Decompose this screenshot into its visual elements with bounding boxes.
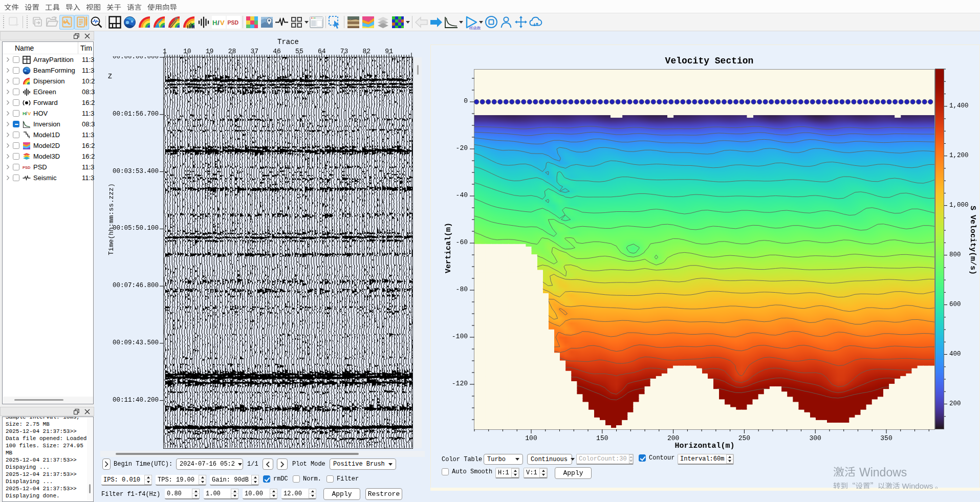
next-page-button[interactable] (277, 459, 288, 470)
rmdc-checkbox[interactable]: rmDC (263, 475, 288, 483)
prev-page-button[interactable] (263, 459, 273, 470)
f3-spinbox[interactable]: 10.00 (243, 489, 277, 499)
tree-row-seismic[interactable]: Seismic11:3 (3, 172, 93, 183)
color-table-combo[interactable]: Turbo (484, 454, 523, 465)
select-tool-button[interactable] (328, 15, 342, 30)
menu-file[interactable] (1, 1, 21, 12)
tree-checkbox[interactable] (13, 78, 19, 84)
preview-button[interactable] (89, 15, 104, 30)
model3d-button[interactable] (376, 15, 390, 30)
seismic-horizontal-scrollbar[interactable] (100, 451, 425, 457)
menu-tools[interactable] (42, 1, 62, 12)
grid-model-button[interactable] (390, 15, 405, 30)
tree-expand-chevron[interactable] (3, 165, 11, 169)
auto-smooth-checkbox[interactable]: Auto Smooth (442, 468, 492, 475)
f4-spinbox[interactable]: 12.00 (281, 489, 316, 499)
user-account-button[interactable] (498, 15, 513, 30)
tree-row-hov[interactable]: H/VHOV11:3 (3, 108, 93, 119)
tree-checkbox-partial[interactable] (13, 121, 19, 127)
tree-checkbox[interactable] (13, 164, 19, 170)
hv-button[interactable]: H/V (211, 15, 226, 30)
tps-spinbox[interactable]: TPS: 19.00 (156, 475, 206, 486)
apply-button[interactable]: Apply (323, 488, 360, 500)
tree-checkbox[interactable] (13, 89, 19, 95)
filter-checkbox[interactable]: Filter (326, 475, 359, 483)
misfit-curve-dropdown[interactable] (459, 15, 464, 30)
tree-expand-chevron[interactable] (3, 100, 11, 105)
dispersion-wave-button[interactable] (182, 15, 197, 30)
psd-button[interactable]: PSD (226, 15, 241, 30)
grid-model-dropdown[interactable] (405, 15, 410, 30)
egreen-button[interactable] (197, 15, 211, 30)
seismic-vertical-scrollbar[interactable] (413, 57, 422, 448)
dispersion-button[interactable] (137, 15, 152, 30)
tree-row-psd[interactable]: PSDPSD11:3 (3, 162, 93, 172)
tree-expand-chevron[interactable] (3, 68, 11, 73)
multi-window-dropdown[interactable] (304, 15, 309, 30)
f2-spinbox[interactable]: 1.00 (204, 489, 238, 499)
menu-wizard[interactable] (144, 1, 180, 12)
pan-view-button[interactable] (513, 15, 528, 30)
tree-checkbox[interactable] (13, 142, 19, 149)
forward-button[interactable] (429, 15, 444, 30)
tree-expand-chevron[interactable] (3, 133, 11, 137)
window-layout-button[interactable] (309, 15, 324, 30)
velocity-plot[interactable] (474, 69, 935, 430)
menu-import[interactable] (62, 1, 83, 12)
tree-checkbox[interactable] (13, 153, 19, 160)
tree-row-model3d[interactable]: Model3D16:2 (3, 151, 93, 162)
run-kernel-button[interactable] (464, 15, 478, 30)
ips-spinbox[interactable]: IPS: 0.010 (101, 475, 152, 486)
tree-row-arraypartition[interactable]: ArrayPartition11:3 (3, 54, 93, 65)
station-map-button[interactable] (259, 15, 274, 30)
tree-row-model1d[interactable]: Model1D11:3 (3, 129, 93, 140)
velocity-apply-button[interactable]: Apply (555, 467, 592, 479)
restore-button[interactable]: Restrore (365, 488, 402, 500)
tree-checkbox[interactable] (13, 110, 19, 117)
plot-mode-combo[interactable]: Positive Brush (330, 459, 396, 470)
h-smooth-spinbox[interactable]: H:1 (495, 468, 519, 478)
contour-checkbox[interactable]: Contour (639, 454, 674, 462)
tree-expand-chevron[interactable] (3, 111, 11, 116)
controls-expander-button[interactable] (102, 459, 111, 470)
log-vertical-scrollbar[interactable] (87, 418, 93, 501)
tree-row-egreen[interactable]: EGreen08:3 (3, 86, 93, 97)
tree-header-time[interactable]: Tim (78, 42, 93, 54)
f1-spinbox[interactable]: 0.80 (165, 489, 200, 499)
array-layout-button[interactable] (245, 15, 259, 30)
multi-window-button[interactable] (289, 15, 304, 30)
tree-expand-chevron[interactable] (3, 79, 11, 83)
tree-expand-chevron[interactable] (3, 122, 11, 126)
tree-checkbox[interactable] (13, 174, 19, 181)
tree-checkbox[interactable] (13, 56, 19, 63)
tree-expand-chevron[interactable] (3, 57, 11, 62)
contour-interval-spinbox[interactable]: Interval:60m (678, 454, 734, 465)
seismic-view-button[interactable] (274, 15, 289, 30)
norm-checkbox[interactable]: Norm. (293, 475, 321, 483)
dock-float-icon[interactable] (73, 408, 79, 414)
menu-about[interactable] (103, 1, 124, 12)
tree-expand-chevron[interactable] (3, 90, 11, 94)
model2d-button[interactable] (361, 15, 376, 30)
beamforming-button[interactable] (122, 15, 137, 30)
tree-expand-chevron[interactable] (3, 176, 11, 180)
dock-float-icon[interactable] (73, 33, 79, 39)
gain-spinbox[interactable]: Gain: 90dB (210, 475, 259, 486)
tree-horizontal-scrollbar[interactable] (3, 397, 93, 403)
cloud-sync-button[interactable] (528, 15, 543, 30)
tree-checkbox[interactable] (13, 99, 19, 106)
stop-button[interactable] (484, 15, 498, 30)
tree-row-beamforming[interactable]: BeamForming11:3 (3, 65, 93, 76)
tree-header-name[interactable]: Name (3, 42, 78, 54)
array-partition-button[interactable] (107, 15, 122, 30)
dispersion-curve-button[interactable] (167, 15, 182, 30)
tree-expand-chevron[interactable] (3, 154, 11, 159)
tree-checkbox[interactable] (13, 132, 19, 138)
tools-panel-button[interactable] (59, 15, 74, 30)
misfit-curve-button[interactable] (444, 15, 459, 30)
log-panel-button[interactable] (74, 15, 89, 30)
color-mode-combo[interactable]: Continuous (527, 454, 572, 465)
tree-row-dispersion[interactable]: Dispersion10:2 (3, 76, 93, 86)
menu-view[interactable] (83, 1, 103, 12)
tree-expand-chevron[interactable] (3, 143, 11, 148)
